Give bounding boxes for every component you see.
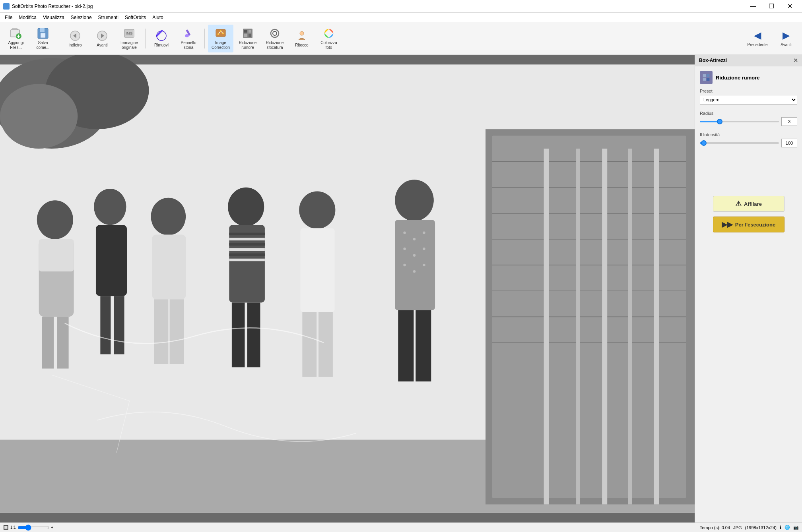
radius-slider-thumb[interactable] [717, 119, 722, 124]
svg-rect-93 [416, 310, 431, 381]
svg-rect-6 [40, 28, 45, 32]
svg-rect-60 [96, 225, 127, 296]
svg-point-63 [151, 198, 186, 235]
sep-1 [59, 29, 59, 48]
nav-back-icon: ◀ [754, 30, 761, 41]
svg-point-16 [157, 31, 166, 41]
title-bar: SoftOrbits Photo Retoucher - old-2.jpg —… [0, 0, 802, 13]
svg-rect-66 [170, 299, 184, 364]
svg-rect-94 [703, 74, 706, 77]
forward-label: Avanti [97, 43, 108, 48]
brush-history-button[interactable]: Pennellostoria [176, 25, 201, 52]
original-icon: IMG [123, 27, 136, 40]
radius-slider-track[interactable] [700, 121, 779, 122]
svg-rect-72 [229, 248, 265, 251]
svg-rect-28 [244, 34, 247, 37]
run-label: Per l'esecuzione [735, 222, 775, 228]
preset-section: Preset Leggero Medio Forte Personalizzat… [700, 89, 797, 104]
svg-rect-7 [41, 33, 45, 38]
menu-strumenti[interactable]: Strumenti [95, 13, 122, 22]
canvas-area[interactable] [0, 55, 695, 522]
svg-rect-80 [318, 312, 333, 377]
noise-reduction-icon [241, 27, 254, 40]
status-icon-camera[interactable]: 📷 [793, 525, 799, 530]
minimize-button[interactable]: — [744, 0, 762, 13]
svg-rect-73 [229, 253, 265, 256]
menu-aiuto[interactable]: Aiuto [149, 13, 166, 22]
status-icon-info[interactable]: ℹ [780, 525, 781, 530]
nav-forward-button[interactable]: ▶ Avanti [773, 25, 799, 52]
svg-rect-61 [100, 296, 111, 354]
svg-rect-97 [707, 78, 710, 81]
sharpen-btn-container: ⚠ Affilare [700, 193, 797, 214]
app-icon [3, 3, 10, 10]
preset-select[interactable]: Leggero Medio Forte Personalizzato [700, 95, 797, 104]
svg-rect-68 [229, 225, 265, 302]
svg-point-37 [0, 84, 78, 149]
noise-reduction-button[interactable]: Riduzionerumore [235, 25, 260, 52]
svg-rect-79 [302, 312, 317, 377]
add-files-label: AggiungiFiles... [8, 41, 24, 50]
toolbar: AggiungiFiles... Salvacome... Indietro A… [0, 22, 802, 55]
svg-text:IMG: IMG [126, 31, 133, 35]
sharpen-button[interactable]: ⚠ Affilare [713, 196, 785, 212]
intensity-slider-track[interactable] [700, 142, 779, 144]
menu-modifica[interactable]: Modifica [16, 13, 40, 22]
close-button[interactable]: ✕ [781, 0, 799, 13]
side-panel: Box-Attrezzi ✕ Riduzione rumore Preset [695, 55, 802, 522]
forward-button[interactable]: Avanti [89, 25, 115, 52]
status-icon-web[interactable]: 🌐 [785, 525, 790, 530]
nav-back-button[interactable]: ◀ Precedente [745, 25, 770, 52]
svg-rect-76 [247, 303, 260, 368]
svg-rect-49 [544, 149, 549, 504]
maximize-button[interactable]: ☐ [762, 0, 781, 13]
svg-point-86 [403, 248, 406, 250]
intensity-label: Il Intensità [700, 132, 797, 137]
retouch-button[interactable]: Ritocco [289, 25, 315, 52]
svg-point-90 [413, 270, 416, 273]
photo-image [0, 55, 695, 522]
svg-rect-29 [249, 34, 251, 37]
svg-point-18 [185, 34, 189, 37]
svg-point-87 [413, 254, 416, 257]
panel-title: Box-Attrezzi [699, 58, 727, 63]
title-bar-controls: — ☐ ✕ [744, 0, 799, 13]
back-button[interactable]: Indietro [62, 25, 88, 52]
blur-reduction-icon [268, 27, 281, 40]
colorize-button[interactable]: Colorizzafoto [316, 25, 342, 52]
svg-rect-95 [707, 74, 710, 77]
main-area: Box-Attrezzi ✕ Riduzione rumore Preset [0, 55, 802, 522]
title-bar-left: SoftOrbits Photo Retoucher - old-2.jpg [3, 3, 93, 10]
remove-button[interactable]: Rimuovi [149, 25, 174, 52]
menu-file[interactable]: File [2, 13, 16, 22]
original-button[interactable]: IMG Immagineoriginale [117, 25, 142, 52]
svg-rect-71 [229, 243, 265, 246]
svg-point-30 [271, 29, 279, 37]
save-as-button[interactable]: Salvacome... [30, 25, 56, 52]
zoom-label-min: 1:1 [10, 525, 16, 530]
svg-point-31 [273, 31, 277, 35]
tool-icon-box [700, 71, 713, 84]
intensity-slider-container: 100 [700, 139, 797, 147]
intensity-section: Il Intensità 100 [700, 132, 797, 147]
remove-label: Rimuovi [154, 43, 169, 48]
panel-close-button[interactable]: ✕ [793, 57, 798, 64]
status-left: 🔲 1:1 + [3, 524, 53, 531]
zoom-slider[interactable] [17, 524, 49, 531]
colorize-icon [322, 27, 335, 40]
svg-rect-27 [249, 30, 251, 33]
nav-forward-icon: ▶ [783, 30, 790, 41]
radius-slider-container: 3 [700, 117, 797, 126]
svg-rect-52 [628, 149, 632, 504]
menu-selezione[interactable]: Selezione [68, 13, 95, 22]
intensity-slider-thumb[interactable] [701, 140, 707, 146]
original-label: Immagineoriginale [120, 41, 138, 50]
svg-point-23 [220, 30, 221, 32]
colorize-label: Colorizzafoto [320, 41, 337, 50]
menu-visualizza[interactable]: Visualizza [40, 13, 68, 22]
blur-reduction-button[interactable]: Riduzionesfocatura [262, 25, 287, 52]
run-button[interactable]: ▶▶ Per l'esecuzione [713, 217, 785, 232]
image-correction-button[interactable]: ImageCorrection [208, 25, 233, 52]
add-files-button[interactable]: AggiungiFiles... [3, 25, 29, 52]
menu-softorbits[interactable]: SoftOrbits [122, 13, 149, 22]
